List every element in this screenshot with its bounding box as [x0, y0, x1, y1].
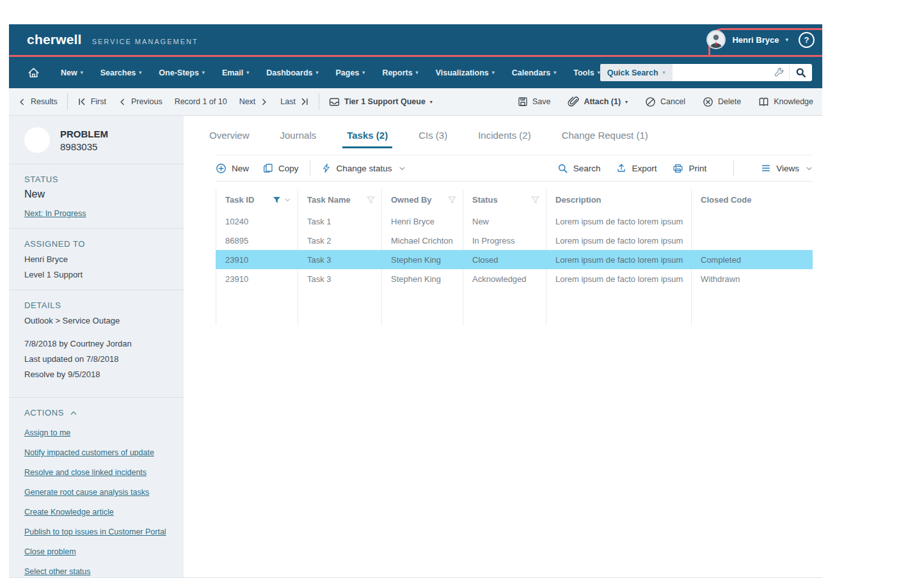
cell-description: Lorem ipsum de facto lorem ipsum: [546, 231, 691, 250]
nav-item-email[interactable]: Email▾: [222, 68, 249, 77]
export-button[interactable]: Export: [616, 163, 657, 173]
cell-owned-by: Stephen King: [381, 269, 463, 288]
cell-status: Acknowledged: [463, 269, 546, 288]
first-record-button[interactable]: First: [77, 97, 106, 106]
tab-change-request[interactable]: Change Request (1): [562, 130, 648, 148]
tab-incidents[interactable]: Incidents (2): [478, 130, 531, 148]
chevron-down-icon: ▾: [785, 36, 788, 43]
column-header-closed-code[interactable]: Closed Code: [691, 189, 813, 212]
lightning-icon: [321, 163, 331, 173]
action-create-knowledge-article[interactable]: Create Knowledge article: [24, 508, 168, 517]
chevron-up-icon: [70, 409, 77, 417]
knowledge-button[interactable]: Knowledge: [758, 97, 813, 107]
cell-closed-code: Completed: [691, 250, 813, 269]
views-button[interactable]: Views: [761, 163, 813, 173]
record-tabs: Overview Journals Tasks (2) CIs (3) Inci…: [184, 116, 822, 148]
table-row[interactable]: 86895 Task 2 Michael Crichton In Progres…: [216, 231, 813, 250]
home-icon[interactable]: [27, 66, 40, 79]
copy-icon: [263, 163, 273, 173]
column-header-status[interactable]: Status: [463, 189, 546, 212]
table-row-selected[interactable]: 23910 Task 3 Stephen King Closed Lorem i…: [216, 250, 813, 269]
print-icon: [673, 163, 683, 174]
search-tasks-button[interactable]: Search: [557, 163, 601, 174]
help-button[interactable]: ?: [799, 32, 815, 48]
action-assign-to-me[interactable]: Assign to me: [24, 428, 168, 437]
delete-button[interactable]: Delete: [703, 97, 741, 107]
cell-owned-by: Stephen King: [381, 250, 463, 269]
next-status-link[interactable]: Next: In Progress: [24, 209, 86, 218]
next-record-button[interactable]: Next: [239, 97, 269, 106]
app-window: cherwell SERVICE MANAGEMENT Henri Bryce …: [9, 24, 822, 578]
column-header-owned-by[interactable]: Owned By: [381, 189, 463, 212]
user-name: Henri Bryce: [732, 35, 779, 45]
nav-item-searches[interactable]: Searches▾: [100, 68, 142, 77]
print-button[interactable]: Print: [673, 163, 706, 174]
search-icon[interactable]: [789, 64, 812, 81]
tab-journals[interactable]: Journals: [280, 130, 317, 148]
chevron-down-icon: ▾: [663, 70, 665, 75]
action-notify-customers[interactable]: Notify impacted customers of update: [24, 448, 168, 457]
previous-record-button[interactable]: Previous: [118, 97, 163, 106]
record-avatar: [24, 127, 50, 153]
divider: [67, 93, 68, 110]
table-row[interactable]: 23910 Task 3 Stephen King Acknowledged L…: [216, 269, 813, 288]
chevron-down-icon: ▾: [362, 70, 365, 75]
queue-selector[interactable]: Tier 1 Support Queue ▾: [329, 97, 433, 107]
details-section: DETAILS Outlook > Service Outage 7/8/201…: [9, 290, 184, 397]
cancel-button[interactable]: Cancel: [645, 97, 685, 107]
new-task-button[interactable]: New: [216, 163, 249, 174]
nav-item-dashboards[interactable]: Dashboards▾: [266, 68, 318, 77]
table-row[interactable]: 10240 Task 1 Henri Bryce New Lorem ipsum…: [216, 212, 813, 231]
action-resolve-close-incidents[interactable]: Resolve and close linked incidents: [24, 468, 168, 477]
nav-item-pages[interactable]: Pages▾: [336, 68, 365, 77]
chevron-down-icon: ▾: [316, 70, 319, 75]
user-avatar: [706, 30, 726, 49]
attach-button[interactable]: Attach (1) ▾: [568, 96, 628, 107]
nav-item-one-steps[interactable]: One-Steps▾: [159, 68, 205, 77]
change-status-button[interactable]: Change status: [321, 163, 406, 173]
cell-status: Closed: [463, 250, 546, 269]
action-close-problem[interactable]: Close problem: [24, 547, 168, 556]
column-header-task-id[interactable]: Task ID: [216, 189, 298, 212]
details-heading: DETAILS: [24, 300, 168, 310]
tab-overview[interactable]: Overview: [209, 130, 250, 148]
list-view-icon: [761, 163, 771, 173]
details-updated: Last updated on 7/8/2018: [24, 354, 168, 364]
copy-task-button[interactable]: Copy: [263, 163, 299, 173]
nav-items: New▾ Searches▾ One-Steps▾ Email▾ Dashboa…: [61, 68, 600, 77]
actions-heading[interactable]: ACTIONS: [24, 408, 168, 417]
quick-search-input[interactable]: [673, 64, 769, 81]
chevron-down-icon[interactable]: [284, 196, 291, 203]
quick-search-scope-dropdown[interactable]: Quick Search ▾: [600, 64, 673, 81]
tab-cis[interactable]: CIs (3): [418, 130, 447, 148]
results-button[interactable]: Results: [18, 97, 58, 106]
nav-item-reports[interactable]: Reports▾: [382, 68, 418, 77]
nav-item-tools[interactable]: Tools▾: [573, 68, 600, 77]
filter-icon[interactable]: [448, 196, 456, 204]
action-generate-root-cause-tasks[interactable]: Generate root cause analysis tasks: [24, 488, 168, 497]
user-menu[interactable]: Henri Bryce ▾ ?: [706, 24, 815, 55]
last-record-button[interactable]: Last: [280, 97, 309, 106]
wrench-icon[interactable]: [769, 67, 789, 78]
status-section: STATUS New Next: In Progress: [9, 164, 184, 228]
tab-tasks[interactable]: Tasks (2): [347, 130, 388, 148]
filter-icon[interactable]: [531, 196, 539, 204]
action-publish-top-issues[interactable]: Publish to top issues in Customer Portal: [24, 527, 168, 536]
column-header-description[interactable]: Description: [546, 189, 691, 212]
main-content: Overview Journals Tasks (2) CIs (3) Inci…: [184, 116, 822, 577]
main-nav: New▾ Searches▾ One-Steps▾ Email▾ Dashboa…: [9, 57, 822, 88]
nav-item-calendars[interactable]: Calendars▾: [512, 68, 556, 77]
assigned-team: Level 1 Support: [24, 270, 168, 279]
cherwell-logo: cherwell: [27, 32, 82, 47]
column-header-task-name[interactable]: Task Name: [298, 189, 381, 212]
chevron-down-icon: ▾: [416, 70, 418, 75]
filter-active-icon[interactable]: [273, 196, 281, 204]
tasks-table: Task ID Task Name Owned By: [216, 189, 813, 325]
nav-item-new[interactable]: New▾: [61, 68, 83, 77]
filter-icon[interactable]: [367, 196, 375, 204]
export-icon: [616, 163, 626, 173]
nav-item-visualizations[interactable]: Visualizations▾: [436, 68, 495, 77]
save-button[interactable]: Save: [518, 97, 551, 107]
action-select-other-status[interactable]: Select other status: [24, 567, 168, 576]
chevron-down-icon: [399, 165, 406, 172]
